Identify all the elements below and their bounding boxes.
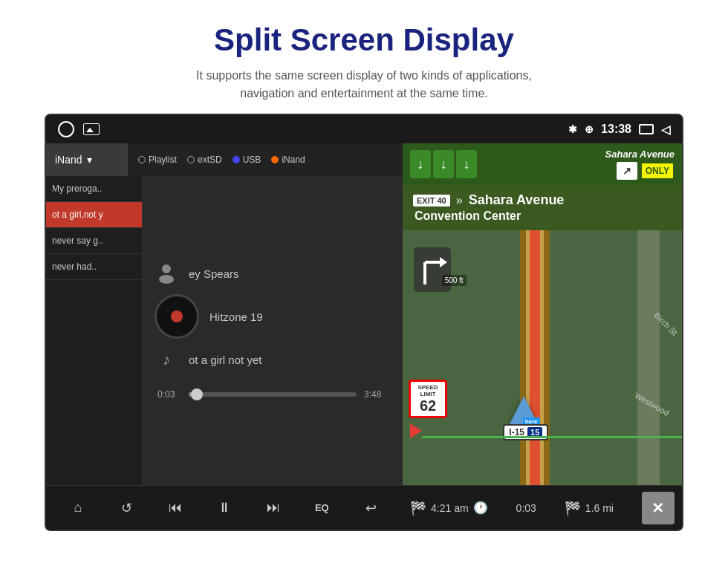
progress-area: 0:03 3:48 xyxy=(155,389,391,400)
song-name: ot a girl not yet xyxy=(189,354,261,366)
source-extsd[interactable]: extSD xyxy=(187,155,222,165)
duration-info: 0:03 xyxy=(516,502,536,514)
person-icon xyxy=(155,261,178,285)
circle-icon xyxy=(58,121,74,137)
duration-time: 0:03 xyxy=(516,502,536,514)
time-total: 3:48 xyxy=(364,389,388,400)
track-info: ey Spears Hitzone 19 ♪ ot a girl not yet xyxy=(155,261,391,371)
green-arrows: ↓ ↓ ↓ xyxy=(410,150,477,178)
diagonal-arrow-box: ↗ xyxy=(617,162,637,180)
music-body: My preroga.. ot a girl,not y never say g… xyxy=(46,176,403,485)
sidebar-playlist: My preroga.. ot a girl,not y never say g… xyxy=(46,176,143,485)
playlist-item-4[interactable]: never had.. xyxy=(46,254,142,280)
repeat-button[interactable]: ↺ xyxy=(112,494,142,522)
device-frame: ✱ ⊕ 13:38 ◁ iNand ▾ Playlist xyxy=(45,114,683,531)
bluetooth-icon: ✱ xyxy=(568,123,577,135)
time-current: 0:03 xyxy=(157,389,181,400)
music-panel: iNand ▾ Playlist extSD USB xyxy=(46,143,403,530)
music-controls: ⌂ ↺ ⏮ ⏸ ⏭ EQ ↩ xyxy=(46,485,403,530)
road-highlight xyxy=(530,230,540,485)
distance-info: 🏁 1.6 mi xyxy=(565,500,614,516)
back-icon: ◁ xyxy=(661,123,670,137)
radio-usb xyxy=(233,156,240,163)
progress-thumb[interactable] xyxy=(191,388,203,400)
music-center: ey Spears Hitzone 19 ♪ ot a girl not yet xyxy=(143,176,403,485)
source-usb[interactable]: USB xyxy=(233,155,261,165)
distance-value: 1.6 mi xyxy=(585,502,614,514)
navigation-panel: ↓ ↓ ↓ Sahara Avenue ↗ ONLY xyxy=(403,143,682,530)
disc-icon xyxy=(155,294,199,339)
exit-number: EXIT 40 xyxy=(417,196,446,205)
page-subtitle: It supports the same screen display of t… xyxy=(15,67,713,103)
eq-button[interactable]: EQ xyxy=(307,496,337,519)
arrival-time: 4:21 am xyxy=(431,502,469,514)
window-icon xyxy=(639,124,654,134)
arrival-info: 🏁 4:21 am 🕐 xyxy=(410,500,488,516)
close-button[interactable]: ✕ xyxy=(642,492,675,524)
exit-row-1: EXIT 40 » Sahara Avenue xyxy=(413,192,672,208)
song-row: ♪ ot a girl not yet xyxy=(155,348,391,371)
dist-500: 500 ft xyxy=(442,275,467,286)
main-road xyxy=(520,230,550,485)
back-button[interactable]: ↩ xyxy=(356,494,386,522)
main-content: iNand ▾ Playlist extSD USB xyxy=(46,143,682,530)
speed-limit-sign: SPEEDLIMIT 62 xyxy=(409,380,447,418)
progress-bar[interactable] xyxy=(189,392,357,397)
road-inner xyxy=(526,230,544,485)
radio-playlist xyxy=(138,156,146,163)
source-options: Playlist extSD USB iNand xyxy=(128,155,403,165)
artist-name: ey Spears xyxy=(189,267,239,280)
status-bar: ✱ ⊕ 13:38 ◁ xyxy=(46,115,682,143)
radio-extsd xyxy=(187,156,195,163)
music-note-icon: ♪ xyxy=(155,348,178,371)
album-name: Hitzone 19 xyxy=(209,310,263,323)
secondary-road xyxy=(637,230,660,485)
exit-sign: EXIT 40 » Sahara Avenue Convention Cente… xyxy=(403,185,682,230)
next-button[interactable]: ⏭ xyxy=(259,494,288,521)
exit-badge: EXIT 40 xyxy=(413,195,450,207)
flag-icon: 🏁 xyxy=(410,500,426,516)
svg-point-1 xyxy=(159,275,174,284)
arrow-3: ↓ xyxy=(456,150,477,178)
only-sign: ONLY xyxy=(640,162,675,180)
prev-button[interactable]: ⏮ xyxy=(160,494,190,521)
radio-inand xyxy=(271,156,279,163)
map-background: 500 ft here I-15 15 SPEEDLIMIT 62 xyxy=(403,230,682,485)
clock-icon: 🕐 xyxy=(473,501,488,515)
playlist-item-2[interactable]: ot a girl,not y xyxy=(46,202,142,228)
turn-direction-icon xyxy=(410,244,455,296)
highway-sign: ↓ ↓ ↓ Sahara Avenue ↗ ONLY xyxy=(403,143,682,185)
home-button[interactable]: ⌂ xyxy=(63,494,93,521)
status-right-icons: ✱ ⊕ 13:38 ◁ xyxy=(568,123,670,137)
image-icon xyxy=(83,123,100,135)
album-row: Hitzone 19 xyxy=(155,294,391,339)
location-icon: ⊕ xyxy=(585,123,594,135)
arrow-1: ↓ xyxy=(410,150,431,178)
disc-center xyxy=(171,310,183,322)
flag-icon-2: 🏁 xyxy=(565,500,581,516)
page-header: Split Screen Display It supports the sam… xyxy=(0,0,728,114)
nav-red-arrow xyxy=(410,423,422,438)
speed-limit-label: SPEEDLIMIT xyxy=(411,385,445,398)
svg-point-0 xyxy=(162,264,171,273)
map-area: 500 ft here I-15 15 SPEEDLIMIT 62 xyxy=(403,230,682,485)
status-left-icons xyxy=(58,121,100,137)
exit-street1: Sahara Avenue xyxy=(469,192,565,208)
page-title: Split Screen Display xyxy=(15,22,713,58)
dropdown-arrow: ▾ xyxy=(87,154,92,166)
source-bar: iNand ▾ Playlist extSD USB xyxy=(46,143,403,176)
source-playlist[interactable]: Playlist xyxy=(138,155,177,165)
source-inand[interactable]: iNand xyxy=(271,155,305,165)
playlist-item-3[interactable]: never say g.. xyxy=(46,228,142,254)
nav-green-line xyxy=(422,436,682,438)
pause-button[interactable]: ⏸ xyxy=(209,494,239,521)
playlist-item-1[interactable]: My preroga.. xyxy=(46,176,142,202)
nav-bottom-bar: 🏁 4:21 am 🕐 0:03 🏁 1.6 mi ✕ xyxy=(403,485,682,530)
exit-street2: Convention Center xyxy=(413,209,672,223)
source-label: iNand xyxy=(55,154,82,166)
source-dropdown[interactable]: iNand ▾ xyxy=(46,143,128,176)
artist-row: ey Spears xyxy=(155,261,391,285)
status-time: 13:38 xyxy=(601,123,631,136)
arrow-2: ↓ xyxy=(433,150,454,178)
speed-limit-value: 62 xyxy=(411,398,445,413)
